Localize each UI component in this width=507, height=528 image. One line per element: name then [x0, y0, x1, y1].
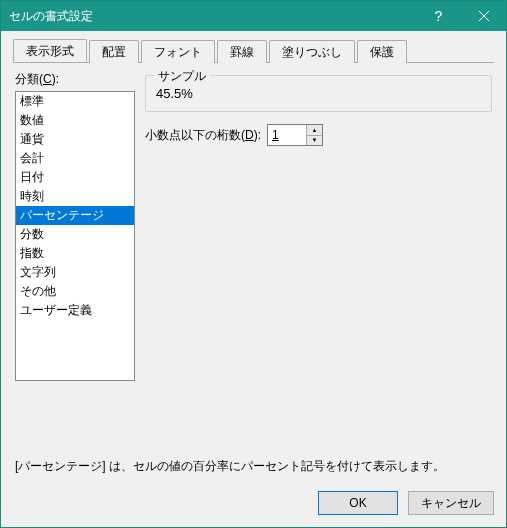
- category-label: 分類(C):: [15, 71, 135, 88]
- category-item[interactable]: その他: [16, 282, 134, 301]
- decimal-places-spinner[interactable]: ▲ ▼: [267, 124, 323, 146]
- tab-5[interactable]: 保護: [357, 40, 407, 63]
- dialog-footer: OK キャンセル: [1, 481, 506, 527]
- window-title: セルの書式設定: [9, 8, 416, 25]
- category-item[interactable]: パーセンテージ: [16, 206, 134, 225]
- tab-content: 分類(C): 標準数値通貨会計日付時刻パーセンテージ分数指数文字列その他ユーザー…: [1, 63, 506, 481]
- category-item[interactable]: 数値: [16, 111, 134, 130]
- tabs: 表示形式配置フォント罫線塗りつぶし保護: [13, 39, 494, 63]
- category-list[interactable]: 標準数値通貨会計日付時刻パーセンテージ分数指数文字列その他ユーザー定義: [15, 91, 135, 381]
- category-item[interactable]: 標準: [16, 92, 134, 111]
- category-item[interactable]: 分数: [16, 225, 134, 244]
- tab-2[interactable]: フォント: [141, 40, 215, 63]
- tab-3[interactable]: 罫線: [217, 40, 267, 63]
- sample-group: サンプル 45.5%: [145, 75, 492, 112]
- spinner-up-button[interactable]: ▲: [307, 125, 322, 135]
- spinner-down-button[interactable]: ▼: [307, 135, 322, 146]
- category-item[interactable]: 通貨: [16, 130, 134, 149]
- ok-button[interactable]: OK: [318, 491, 398, 515]
- cancel-button[interactable]: キャンセル: [408, 491, 494, 515]
- decimal-places-row: 小数点以下の桁数(D): ▲ ▼: [145, 124, 492, 146]
- format-cells-dialog: セルの書式設定 ? 表示形式配置フォント罫線塗りつぶし保護 分類(C): 標準数…: [0, 0, 507, 528]
- close-icon: [479, 11, 489, 21]
- tab-4[interactable]: 塗りつぶし: [269, 40, 355, 63]
- help-button[interactable]: ?: [416, 1, 461, 31]
- options-column: サンプル 45.5% 小数点以下の桁数(D): ▲ ▼: [145, 71, 492, 448]
- sample-legend: サンプル: [154, 68, 210, 85]
- category-item[interactable]: 日付: [16, 168, 134, 187]
- decimal-places-label: 小数点以下の桁数(D):: [145, 127, 261, 144]
- category-item[interactable]: 会計: [16, 149, 134, 168]
- format-description: [パーセンテージ] は、セルの値の百分率にパーセント記号を付けて表示します。: [15, 458, 492, 475]
- titlebar: セルの書式設定 ?: [1, 1, 506, 31]
- sample-value: 45.5%: [156, 86, 481, 101]
- category-item[interactable]: 文字列: [16, 263, 134, 282]
- decimal-places-input[interactable]: [268, 125, 306, 145]
- tab-1[interactable]: 配置: [89, 40, 139, 63]
- tabs-area: 表示形式配置フォント罫線塗りつぶし保護: [1, 31, 506, 63]
- close-button[interactable]: [461, 1, 506, 31]
- spinner-buttons: ▲ ▼: [306, 125, 322, 145]
- category-item[interactable]: 指数: [16, 244, 134, 263]
- category-item[interactable]: ユーザー定義: [16, 301, 134, 320]
- tab-0[interactable]: 表示形式: [13, 39, 87, 62]
- category-column: 分類(C): 標準数値通貨会計日付時刻パーセンテージ分数指数文字列その他ユーザー…: [15, 71, 135, 448]
- category-item[interactable]: 時刻: [16, 187, 134, 206]
